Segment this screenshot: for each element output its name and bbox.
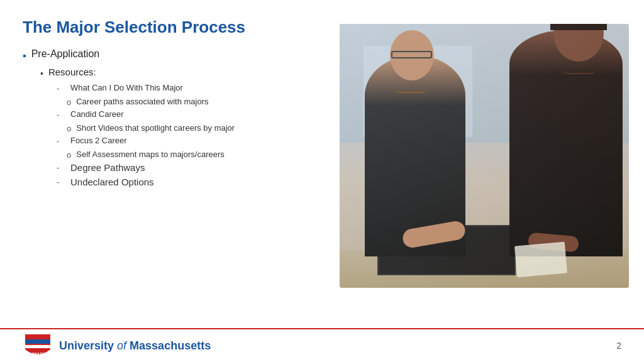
dash-icon: -: [57, 84, 65, 93]
slide: The Major Selection Process ▪ Pre-Applic…: [0, 0, 644, 362]
photo: [340, 24, 629, 288]
list-item: - What Can I Do With This Major: [57, 83, 325, 93]
circle-icon: o: [57, 150, 71, 160]
university-name: University of Massachusetts: [59, 339, 211, 353]
svg-text:UMASS: UMASS: [30, 352, 46, 356]
list-item: - Candid Career: [57, 109, 325, 119]
level3-text: Undeclared Options: [70, 177, 154, 187]
right-column: [340, 18, 629, 321]
bullet-icon: •: [40, 67, 43, 80]
level3-text: Candid Career: [70, 109, 124, 119]
level3-text: What Can I Do With This Major: [70, 83, 183, 92]
dash-icon: -: [57, 177, 65, 187]
dash-icon: -: [57, 110, 65, 119]
umass-logo-icon: UMASS: [23, 332, 53, 359]
list-item: o Self Assessment maps to majors/careers: [57, 150, 325, 160]
level2-text: Resources:: [48, 67, 96, 77]
photo-background: [340, 24, 629, 288]
level3-text: Focus 2 Career: [70, 136, 127, 145]
list-item: ▪ Pre-Application: [23, 48, 325, 63]
bullet-content: ▪ Pre-Application • Resources: - What Ca…: [23, 48, 325, 191]
dash-icon: -: [57, 136, 65, 146]
footer-logo: UMASS University of Massachusetts: [23, 332, 211, 359]
page-number: 2: [616, 341, 621, 351]
list-item: - Undeclared Options: [57, 177, 325, 187]
footer: UMASS University of Massachusetts 2: [0, 328, 644, 362]
main-content: The Major Selection Process ▪ Pre-Applic…: [0, 0, 644, 328]
dash-icon: -: [57, 163, 65, 172]
list-item: o Career paths associated with majors: [57, 97, 325, 107]
svg-rect-1: [25, 345, 50, 348]
page-title: The Major Selection Process: [23, 18, 325, 37]
svg-rect-0: [25, 339, 50, 344]
level4-text: Self Assessment maps to majors/careers: [76, 150, 225, 159]
level3-text: Degree Pathways: [70, 162, 145, 173]
list-item: - Focus 2 Career: [57, 136, 325, 146]
circle-icon: o: [57, 124, 71, 133]
circle-icon: o: [57, 97, 71, 107]
list-item: • Resources:: [40, 67, 325, 80]
level4-text: Career paths associated with majors: [76, 97, 208, 106]
bullet-icon: ▪: [23, 49, 26, 63]
list-item: - Degree Pathways: [57, 162, 325, 173]
level4-text: Short Videos that spotlight careers by m…: [76, 123, 235, 133]
left-column: The Major Selection Process ▪ Pre-Applic…: [23, 18, 325, 321]
list-item: o Short Videos that spotlight careers by…: [57, 123, 325, 133]
level1-text: Pre-Application: [31, 48, 100, 60]
